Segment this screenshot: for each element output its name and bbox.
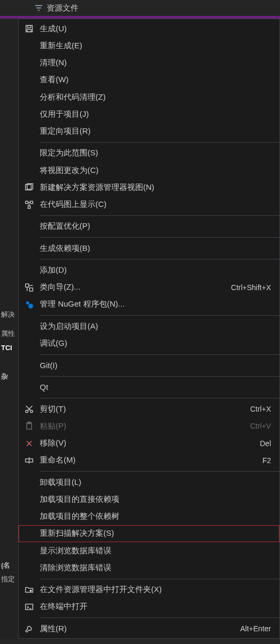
menu-item[interactable]: 移除(V)Del	[19, 434, 279, 451]
menu-separator	[40, 237, 279, 238]
menu-item-label: 查看(W)	[40, 75, 68, 85]
menu-item-shortcut: Ctrl+V	[250, 422, 271, 430]
menu-separator	[40, 471, 279, 472]
menu-item[interactable]: 生成依赖项(B)	[19, 240, 279, 257]
menu-item-label: 清除浏览数据库错误	[40, 563, 111, 573]
menu-item-label: 剪切(T)	[40, 404, 66, 414]
menu-item[interactable]: 在代码图上显示(C)	[19, 196, 279, 213]
menu-item[interactable]: 属性(R)Alt+Enter	[19, 620, 279, 637]
menu-item-label: 设为启动项目(A)	[40, 321, 98, 332]
solution-tree-row[interactable]: 资源文件	[0, 0, 280, 16]
folder-filter-icon	[34, 3, 43, 13]
svg-rect-1	[28, 25, 31, 28]
menu-item[interactable]: 清除浏览数据库错误	[19, 559, 279, 576]
wrench-icon	[19, 624, 40, 633]
menu-item[interactable]: 加载项目的直接依赖项	[19, 491, 279, 508]
menu-item[interactable]: 将视图更改为(C)	[19, 162, 279, 179]
menu-item-label: 卸载项目(L)	[40, 477, 81, 488]
menu-separator	[40, 398, 279, 398]
menu-item[interactable]: 分析和代码清理(Z)	[19, 89, 279, 106]
menu-item[interactable]: 清理(N)	[19, 55, 279, 72]
menu-item[interactable]: 按配置优化(P)	[19, 218, 279, 235]
menu-item-shortcut: F2	[262, 456, 271, 465]
menu-item: 粘贴(P)Ctrl+V	[19, 417, 279, 434]
left-label: 指定	[0, 572, 18, 586]
menu-item-label: 生成依赖项(B)	[40, 243, 90, 254]
menu-separator	[40, 142, 279, 143]
menu-item[interactable]: 设为启动项目(A)	[19, 318, 279, 335]
cut-icon	[19, 404, 40, 414]
svg-point-11	[29, 303, 33, 308]
menu-separator	[40, 354, 279, 355]
tree-item-label: 资源文件	[47, 3, 78, 13]
menu-item-shortcut: Ctrl+Shift+X	[231, 283, 271, 292]
menu-item[interactable]: 剪切(T)Ctrl+X	[19, 401, 279, 417]
left-label: 解决	[0, 308, 18, 321]
menu-item-label: 添加(D)	[40, 265, 67, 275]
menu-item[interactable]: 仅用于项目(J)	[19, 106, 279, 123]
menu-separator	[40, 215, 279, 216]
menu-item-label: 新建解决方案资源管理器视图(N)	[40, 182, 154, 193]
delete-icon	[19, 439, 40, 448]
menu-item[interactable]: Qt	[19, 379, 279, 396]
codemap-icon	[19, 200, 40, 210]
menu-item-label: 生成(U)	[40, 24, 67, 34]
menu-item-label: 限定为此范围(S)	[40, 148, 98, 158]
menu-item-label: 管理 NuGet 程序包(N)...	[40, 299, 125, 309]
menu-item[interactable]: 生成(U)	[19, 20, 279, 37]
menu-item[interactable]: 添加(D)	[19, 262, 279, 279]
left-label: 杂	[0, 370, 18, 384]
menu-item[interactable]: Git(I)	[19, 357, 279, 374]
menu-item[interactable]: 新建解决方案资源管理器视图(N)	[19, 179, 279, 196]
svg-rect-8	[25, 284, 29, 287]
menu-item[interactable]: 加载项目的整个依赖树	[19, 508, 279, 525]
menu-item-label: 重新扫描解决方案(S)	[40, 528, 114, 538]
svg-rect-6	[30, 201, 33, 204]
menu-item-label: 显示浏览数据库错误	[40, 546, 111, 556]
menu-item[interactable]: 查看(W)	[19, 72, 279, 89]
context-menu: 生成(U)重新生成(E)清理(N)查看(W)分析和代码清理(Z)仅用于项目(J)…	[18, 19, 280, 639]
terminal-icon	[19, 602, 40, 612]
menu-item-label: 在文件资源管理器中打开文件夹(X)	[40, 585, 162, 595]
svg-rect-7	[28, 206, 31, 208]
menu-item[interactable]: 卸载项目(L)	[19, 474, 279, 491]
left-label: 属性	[0, 327, 18, 341]
paste-icon	[19, 421, 40, 431]
menu-item-label: 在代码图上显示(C)	[40, 199, 107, 210]
rename-icon	[19, 456, 40, 465]
menu-item-label: 清理(N)	[40, 58, 67, 68]
menu-item-label: 加载项目的整个依赖树	[40, 511, 119, 521]
menu-item[interactable]: 管理 NuGet 程序包(N)...	[19, 296, 279, 313]
menu-item-shortcut: Alt+Enter	[240, 624, 271, 633]
nuget-icon	[19, 300, 40, 309]
svg-rect-17	[25, 604, 33, 610]
save-icon	[19, 24, 40, 33]
svg-rect-5	[25, 201, 28, 204]
menu-item-label: 调试(G)	[40, 338, 67, 349]
svg-rect-2	[27, 30, 31, 32]
menu-item[interactable]: 重新扫描解决方案(S)	[19, 525, 279, 542]
menu-item[interactable]: 调试(G)	[19, 335, 279, 352]
menu-item[interactable]: 重命名(M)F2	[19, 452, 279, 469]
menu-item-label: 移除(V)	[40, 438, 66, 448]
menu-item-label: Qt	[40, 382, 48, 391]
menu-item[interactable]: 重新生成(E)	[19, 37, 279, 54]
menu-item[interactable]: 显示浏览数据库错误	[19, 542, 279, 559]
menu-item-shortcut: Del	[260, 439, 271, 448]
menu-item-label: 分析和代码清理(Z)	[40, 92, 106, 102]
menu-item-label: 粘贴(P)	[40, 421, 66, 431]
menu-item[interactable]: 限定为此范围(S)	[19, 145, 279, 162]
menu-item[interactable]: 在文件资源管理器中打开文件夹(X)	[19, 581, 279, 598]
menu-separator	[40, 376, 279, 377]
left-label: (名	[0, 559, 18, 572]
menu-item-label: 重命名(M)	[40, 455, 76, 465]
menu-item[interactable]: 在终端中打开	[19, 598, 279, 615]
menu-item-label: 在终端中打开	[40, 602, 88, 612]
menu-item-label: 加载项目的直接依赖项	[40, 494, 119, 504]
menu-separator	[40, 259, 279, 259]
menu-item[interactable]: 类向导(Z)...Ctrl+Shift+X	[19, 279, 279, 296]
svg-point-12	[25, 410, 28, 413]
menu-separator	[40, 315, 279, 316]
menu-item[interactable]: 重定向项目(R)	[19, 123, 279, 140]
svg-point-10	[26, 301, 29, 304]
